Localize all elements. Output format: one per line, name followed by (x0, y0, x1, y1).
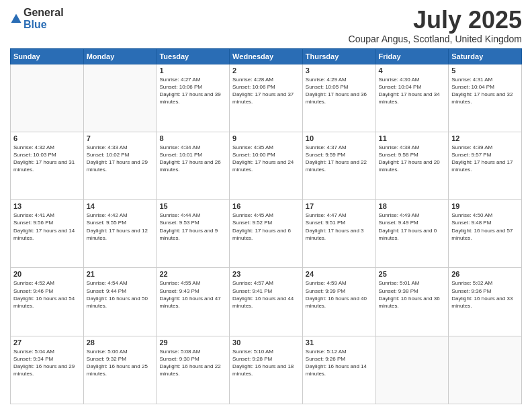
day-info: Sunrise: 5:02 AM Sunset: 9:36 PM Dayligh… (451, 279, 519, 310)
day-number: 29 (159, 338, 226, 347)
calendar-week-5: 27Sunrise: 5:04 AM Sunset: 9:34 PM Dayli… (11, 336, 522, 404)
header: General Blue July 2025 Coupar Angus, Sco… (10, 7, 522, 44)
day-number: 10 (306, 134, 373, 142)
day-number: 24 (306, 270, 373, 278)
day-info: Sunrise: 4:32 AM Sunset: 10:03 PM Daylig… (13, 144, 81, 174)
calendar-cell: 13Sunrise: 4:41 AM Sunset: 9:56 PM Dayli… (11, 200, 84, 268)
day-info: Sunrise: 4:42 AM Sunset: 9:55 PM Dayligh… (87, 212, 154, 242)
calendar-week-1: 1Sunrise: 4:27 AM Sunset: 10:06 PM Dayli… (11, 64, 522, 132)
day-number: 4 (379, 66, 446, 75)
calendar-cell: 31Sunrise: 5:12 AM Sunset: 9:26 PM Dayli… (302, 336, 375, 404)
day-info: Sunrise: 4:31 AM Sunset: 10:04 PM Daylig… (451, 76, 519, 106)
calendar-cell: 28Sunrise: 5:06 AM Sunset: 9:32 PM Dayli… (83, 336, 157, 404)
calendar-cell: 30Sunrise: 5:10 AM Sunset: 9:28 PM Dayli… (230, 336, 303, 404)
day-number: 30 (232, 338, 300, 347)
day-info: Sunrise: 4:45 AM Sunset: 9:52 PM Dayligh… (232, 212, 300, 242)
calendar-cell: 27Sunrise: 5:04 AM Sunset: 9:34 PM Dayli… (11, 336, 84, 404)
svg-marker-0 (11, 13, 21, 23)
day-info: Sunrise: 5:04 AM Sunset: 9:34 PM Dayligh… (13, 348, 81, 378)
day-number: 16 (232, 202, 300, 210)
calendar-cell: 25Sunrise: 5:01 AM Sunset: 9:38 PM Dayli… (375, 268, 449, 336)
calendar-cell: 29Sunrise: 5:08 AM Sunset: 9:30 PM Dayli… (157, 336, 230, 404)
day-number: 13 (13, 202, 81, 210)
day-number: 19 (451, 202, 519, 210)
day-info: Sunrise: 4:34 AM Sunset: 10:01 PM Daylig… (159, 144, 226, 174)
calendar-cell (11, 64, 84, 132)
calendar-cell: 10Sunrise: 4:37 AM Sunset: 9:59 PM Dayli… (302, 132, 375, 199)
day-info: Sunrise: 5:06 AM Sunset: 9:32 PM Dayligh… (87, 348, 154, 378)
day-number: 31 (306, 338, 373, 347)
day-info: Sunrise: 4:29 AM Sunset: 10:05 PM Daylig… (306, 76, 373, 106)
day-number: 14 (87, 202, 154, 210)
day-info: Sunrise: 4:50 AM Sunset: 9:48 PM Dayligh… (451, 212, 519, 242)
calendar-cell: 17Sunrise: 4:47 AM Sunset: 9:51 PM Dayli… (302, 200, 375, 268)
calendar-cell: 16Sunrise: 4:45 AM Sunset: 9:52 PM Dayli… (230, 200, 303, 268)
day-info: Sunrise: 4:28 AM Sunset: 10:06 PM Daylig… (232, 76, 300, 106)
day-number: 5 (451, 66, 519, 75)
col-header-saturday: Saturday (449, 48, 522, 64)
col-header-tuesday: Tuesday (157, 48, 230, 64)
day-info: Sunrise: 4:55 AM Sunset: 9:43 PM Dayligh… (159, 279, 226, 310)
day-number: 6 (13, 134, 81, 142)
day-number: 15 (159, 202, 226, 210)
col-header-friday: Friday (375, 48, 449, 64)
day-info: Sunrise: 4:57 AM Sunset: 9:41 PM Dayligh… (232, 279, 300, 310)
calendar-cell: 2Sunrise: 4:28 AM Sunset: 10:06 PM Dayli… (230, 64, 303, 132)
day-number: 3 (306, 66, 373, 75)
calendar-cell: 20Sunrise: 4:52 AM Sunset: 9:46 PM Dayli… (11, 268, 84, 336)
day-number: 12 (451, 134, 519, 142)
day-number: 7 (87, 134, 154, 142)
logo-text: General Blue (24, 7, 64, 30)
month-title: July 2025 (349, 7, 522, 34)
calendar-cell: 26Sunrise: 5:02 AM Sunset: 9:36 PM Dayli… (449, 268, 522, 336)
calendar-cell: 22Sunrise: 4:55 AM Sunset: 9:43 PM Dayli… (157, 268, 230, 336)
calendar-cell: 21Sunrise: 4:54 AM Sunset: 9:44 PM Dayli… (83, 268, 157, 336)
calendar-week-4: 20Sunrise: 4:52 AM Sunset: 9:46 PM Dayli… (11, 268, 522, 336)
logo-icon (10, 13, 22, 25)
day-number: 21 (87, 270, 154, 278)
day-number: 1 (159, 66, 226, 75)
day-number: 23 (232, 270, 300, 278)
calendar-table: SundayMondayTuesdayWednesdayThursdayFrid… (10, 48, 522, 404)
calendar-cell: 3Sunrise: 4:29 AM Sunset: 10:05 PM Dayli… (302, 64, 375, 132)
day-info: Sunrise: 4:47 AM Sunset: 9:51 PM Dayligh… (306, 212, 373, 242)
day-info: Sunrise: 4:41 AM Sunset: 9:56 PM Dayligh… (13, 212, 81, 242)
calendar-cell: 14Sunrise: 4:42 AM Sunset: 9:55 PM Dayli… (83, 200, 157, 268)
col-header-wednesday: Wednesday (230, 48, 303, 64)
day-info: Sunrise: 4:49 AM Sunset: 9:49 PM Dayligh… (379, 212, 446, 242)
day-info: Sunrise: 4:33 AM Sunset: 10:02 PM Daylig… (87, 144, 154, 174)
day-info: Sunrise: 4:30 AM Sunset: 10:04 PM Daylig… (379, 76, 446, 106)
calendar-cell (375, 336, 449, 404)
day-number: 22 (159, 270, 226, 278)
page: General Blue July 2025 Coupar Angus, Sco… (0, 0, 532, 411)
day-number: 17 (306, 202, 373, 210)
day-number: 27 (13, 338, 81, 347)
calendar-header-row: SundayMondayTuesdayWednesdayThursdayFrid… (11, 48, 522, 64)
day-info: Sunrise: 5:10 AM Sunset: 9:28 PM Dayligh… (232, 348, 300, 378)
day-info: Sunrise: 5:08 AM Sunset: 9:30 PM Dayligh… (159, 348, 226, 378)
calendar-cell: 1Sunrise: 4:27 AM Sunset: 10:06 PM Dayli… (157, 64, 230, 132)
calendar-cell: 11Sunrise: 4:38 AM Sunset: 9:58 PM Dayli… (375, 132, 449, 199)
day-info: Sunrise: 5:12 AM Sunset: 9:26 PM Dayligh… (306, 348, 373, 378)
day-info: Sunrise: 4:38 AM Sunset: 9:58 PM Dayligh… (379, 144, 446, 174)
day-info: Sunrise: 4:44 AM Sunset: 9:53 PM Dayligh… (159, 212, 226, 242)
day-info: Sunrise: 4:59 AM Sunset: 9:39 PM Dayligh… (306, 279, 373, 310)
logo-blue: Blue (24, 19, 64, 31)
calendar-cell (83, 64, 157, 132)
calendar-cell: 5Sunrise: 4:31 AM Sunset: 10:04 PM Dayli… (449, 64, 522, 132)
day-number: 26 (451, 270, 519, 278)
calendar-week-3: 13Sunrise: 4:41 AM Sunset: 9:56 PM Dayli… (11, 200, 522, 268)
day-info: Sunrise: 5:01 AM Sunset: 9:38 PM Dayligh… (379, 279, 446, 310)
calendar-cell: 24Sunrise: 4:59 AM Sunset: 9:39 PM Dayli… (302, 268, 375, 336)
day-info: Sunrise: 4:52 AM Sunset: 9:46 PM Dayligh… (13, 279, 81, 310)
title-block: July 2025 Coupar Angus, Scotland, United… (349, 7, 522, 44)
day-number: 11 (379, 134, 446, 142)
calendar-cell: 15Sunrise: 4:44 AM Sunset: 9:53 PM Dayli… (157, 200, 230, 268)
calendar-cell: 7Sunrise: 4:33 AM Sunset: 10:02 PM Dayli… (83, 132, 157, 199)
calendar-cell: 18Sunrise: 4:49 AM Sunset: 9:49 PM Dayli… (375, 200, 449, 268)
col-header-thursday: Thursday (302, 48, 375, 64)
calendar-cell: 4Sunrise: 4:30 AM Sunset: 10:04 PM Dayli… (375, 64, 449, 132)
col-header-monday: Monday (83, 48, 157, 64)
logo: General Blue (10, 7, 64, 30)
calendar-cell: 23Sunrise: 4:57 AM Sunset: 9:41 PM Dayli… (230, 268, 303, 336)
